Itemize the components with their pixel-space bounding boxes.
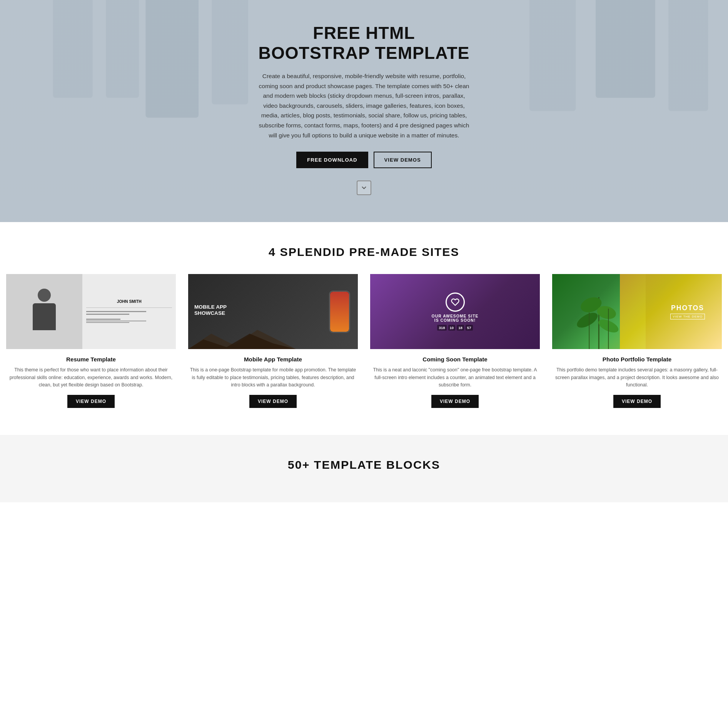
phone-mockup bbox=[329, 291, 350, 333]
mobile-headline-line2: SHOWCASE bbox=[194, 310, 227, 316]
mobile-thumb-headline: MOBILE APP SHOWCASE bbox=[194, 304, 227, 317]
photo-thumbnail: PHOTOS VIEW THE DEMO bbox=[552, 274, 722, 349]
heart-icon bbox=[446, 292, 465, 312]
mobile-card-desc: This is a one-page Bootstrap template fo… bbox=[188, 366, 358, 389]
template-blocks-section: 50+ TEMPLATE BLOCKS bbox=[0, 435, 728, 502]
scroll-down-button[interactable] bbox=[357, 180, 371, 195]
resume-view-demo-button[interactable]: VIEW DEMO bbox=[67, 395, 115, 408]
hero-content: FREE HTML BOOTSTRAP TEMPLATE Create a be… bbox=[249, 0, 479, 222]
coming-thumb-text: OUR AWESOME SITEIS COMING SOON! bbox=[432, 314, 479, 323]
silhouette-body bbox=[33, 303, 56, 330]
view-demos-button[interactable]: VIEW DEMOS bbox=[374, 152, 432, 168]
mountain-icon bbox=[188, 326, 296, 349]
photo-card: PHOTOS VIEW THE DEMO Photo Portfolio Tem… bbox=[546, 274, 728, 419]
resume-line-2 bbox=[86, 314, 129, 315]
photo-title-overlay: PHOTOS VIEW THE DEMO bbox=[670, 304, 705, 319]
coming-counter: 318 10 18 57 bbox=[437, 325, 473, 331]
photo-view-demo-button[interactable]: VIEW DEMO bbox=[613, 395, 661, 408]
resume-line-4 bbox=[86, 321, 146, 321]
counter-seconds: 57 bbox=[466, 325, 473, 331]
coming-card-title: Coming Soon Template bbox=[422, 356, 487, 363]
resume-thumbnail: JOHN SMITH bbox=[6, 274, 176, 349]
silhouette-head bbox=[38, 289, 51, 302]
hero-buttons: FREE DOWNLOAD VIEW DEMOS bbox=[256, 152, 472, 168]
phone-screen bbox=[330, 292, 349, 332]
chevron-down-icon bbox=[361, 184, 367, 191]
hero-section: FREE HTML BOOTSTRAP TEMPLATE Create a be… bbox=[0, 0, 728, 222]
resume-line-5 bbox=[86, 322, 129, 323]
mobile-view-demo-button[interactable]: VIEW DEMO bbox=[249, 395, 297, 408]
mobile-card-title: Mobile App Template bbox=[244, 356, 302, 363]
resume-card-desc: This theme is perfect for those who want… bbox=[6, 366, 176, 389]
person-silhouette bbox=[29, 289, 60, 335]
resume-card-title: Resume Template bbox=[66, 356, 116, 363]
counter-days: 318 bbox=[437, 325, 446, 331]
counter-minutes: 18 bbox=[457, 325, 464, 331]
cards-row: JOHN SMITH Resume Template bbox=[0, 274, 728, 419]
photo-card-title: Photo Portfolio Template bbox=[603, 356, 671, 363]
template-blocks-title: 50+ TEMPLATE BLOCKS bbox=[0, 458, 728, 471]
mobile-headline-line1: MOBILE APP bbox=[194, 304, 227, 310]
svg-point-5 bbox=[574, 310, 600, 331]
mobile-thumbnail: MOBILE APP SHOWCASE bbox=[188, 274, 358, 349]
mobile-card: MOBILE APP SHOWCASE Mobile App Template … bbox=[182, 274, 364, 419]
hero-description: Create a beautiful, responsive, mobile-f… bbox=[256, 71, 472, 140]
counter-hours: 10 bbox=[448, 325, 456, 331]
resume-card: JOHN SMITH Resume Template bbox=[0, 274, 182, 419]
photo-main-text: PHOTOS bbox=[670, 304, 705, 312]
resume-name: JOHN SMITH bbox=[86, 299, 172, 304]
premade-title: 4 SPLENDID PRE-MADE SITES bbox=[0, 245, 728, 259]
coming-card: OUR AWESOME SITEIS COMING SOON! 318 10 1… bbox=[364, 274, 546, 419]
hero-title: FREE HTML BOOTSTRAP TEMPLATE bbox=[256, 23, 472, 63]
coming-thumbnail: OUR AWESOME SITEIS COMING SOON! 318 10 1… bbox=[370, 274, 540, 349]
photo-sub-text: VIEW THE DEMO bbox=[670, 314, 705, 319]
premade-section: 4 SPLENDID PRE-MADE SITES JOHN SMITH bbox=[0, 222, 728, 435]
resume-line-3 bbox=[86, 319, 120, 320]
resume-thumb-right: JOHN SMITH bbox=[82, 274, 176, 349]
coming-card-desc: This is a neat and laconic "coming soon"… bbox=[370, 366, 540, 389]
resume-thumb-left bbox=[6, 274, 82, 349]
free-download-button[interactable]: FREE DOWNLOAD bbox=[296, 152, 368, 168]
photo-card-desc: This portfolio demo template includes se… bbox=[552, 366, 722, 389]
coming-view-demo-button[interactable]: VIEW DEMO bbox=[431, 395, 479, 408]
resume-line-1 bbox=[86, 311, 146, 312]
